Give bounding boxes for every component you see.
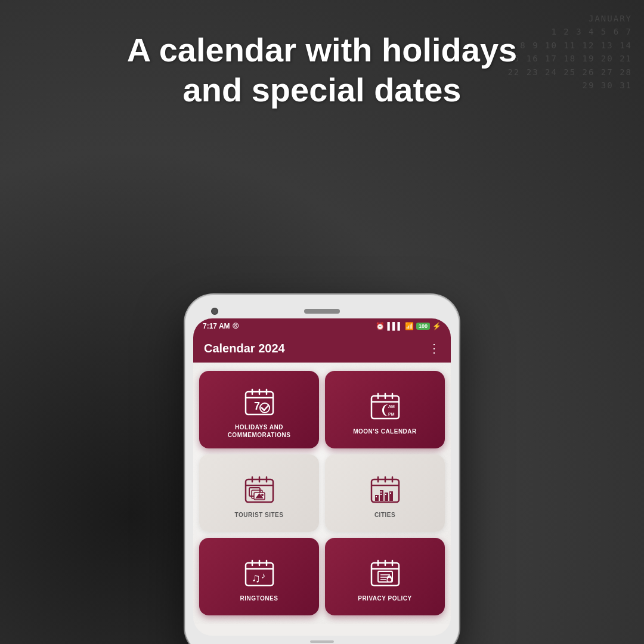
svg-rect-32: [376, 496, 377, 497]
svg-rect-28: [375, 495, 379, 501]
svg-text:7: 7: [254, 400, 260, 412]
privacy-policy-icon: [367, 555, 403, 591]
phone-body: 7:17 AM Ⓢ ⏰ ▌▌▌ 📶 100 ⚡ Calendar 2024 ⋮: [185, 295, 459, 644]
tourist-sites-icon: [242, 472, 277, 507]
svg-rect-34: [380, 494, 382, 495]
menu-button[interactable]: ⋮: [428, 341, 440, 355]
header-section: A calendar with holidays and special dat…: [0, 18, 644, 122]
ringtones-icon: ♫ ♪: [242, 555, 277, 591]
signal-icon: ▌▌▌: [387, 322, 402, 330]
privacy-policy-label: PRIVACY POLICY: [358, 595, 412, 602]
menu-grid: 7 HOLIDAYS ANDCOMMEMORATIONS: [199, 371, 445, 615]
svg-text:♫: ♫: [252, 571, 261, 584]
svg-text:PM: PM: [388, 412, 395, 416]
svg-rect-35: [385, 494, 386, 495]
svg-rect-36: [390, 493, 391, 494]
bolt-icon: ⚡: [432, 322, 441, 330]
status-right: ⏰ ▌▌▌ 📶 100 ⚡: [376, 322, 441, 330]
svg-text:♪: ♪: [261, 571, 265, 580]
phone-sensor: [426, 308, 433, 315]
battery-badge: 100: [416, 323, 430, 330]
main-content: 7 HOLIDAYS ANDCOMMEMORATIONS: [193, 363, 451, 624]
moons-calendar-label: MOON'S CALENDAR: [353, 428, 417, 435]
svg-text:AM: AM: [388, 404, 395, 408]
phone-speaker: [304, 309, 340, 314]
bottom-spacer: [193, 624, 451, 636]
card-moons-calendar[interactable]: AM PM MOON'S CALENDAR: [325, 371, 445, 448]
status-left: 7:17 AM Ⓢ: [203, 322, 239, 330]
app-bar-title: Calendar 2024: [204, 342, 285, 355]
home-indicator: [310, 640, 334, 643]
status-sim: Ⓢ: [233, 322, 239, 330]
holidays-label: HOLIDAYS ANDCOMMEMORATIONS: [228, 423, 291, 439]
wifi-icon: 📶: [405, 322, 414, 330]
ringtones-label: RINGTONES: [240, 595, 278, 602]
svg-point-22: [261, 494, 264, 496]
svg-rect-33: [380, 491, 382, 493]
app-bar: Calendar 2024 ⋮: [193, 334, 451, 363]
card-cities[interactable]: CITIES: [325, 454, 445, 532]
card-tourist-sites[interactable]: TOURIST SITES: [199, 454, 319, 532]
card-ringtones[interactable]: ♫ ♪ RINGTONES: [199, 538, 319, 615]
status-bar: 7:17 AM Ⓢ ⏰ ▌▌▌ 📶 100 ⚡: [193, 318, 451, 334]
card-holidays[interactable]: 7 HOLIDAYS ANDCOMMEMORATIONS: [199, 371, 319, 448]
phone-top-bar: [193, 303, 451, 318]
tourist-sites-label: TOURIST SITES: [235, 511, 284, 519]
header-title: A calendar with holidays and special dat…: [36, 30, 608, 110]
card-privacy-policy[interactable]: PRIVACY POLICY: [325, 538, 445, 615]
holidays-icon: 7: [242, 384, 277, 420]
phone-camera: [211, 308, 218, 315]
phone-device: 7:17 AM Ⓢ ⏰ ▌▌▌ 📶 100 ⚡ Calendar 2024 ⋮: [185, 295, 459, 644]
moons-calendar-icon: AM PM: [367, 388, 403, 424]
alarm-icon: ⏰: [376, 322, 385, 330]
cities-icon: [367, 472, 403, 507]
phone-bottom: [193, 636, 451, 644]
phone-screen: 7:17 AM Ⓢ ⏰ ▌▌▌ 📶 100 ⚡ Calendar 2024 ⋮: [193, 318, 451, 636]
cities-label: CITIES: [374, 511, 395, 519]
status-time: 7:17 AM: [203, 322, 230, 330]
